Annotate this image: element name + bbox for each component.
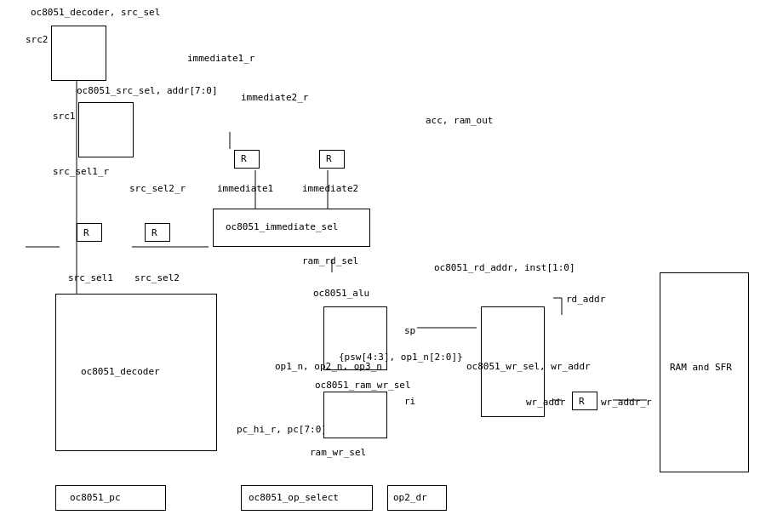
r-src-sel2-box — [145, 223, 170, 242]
src-sel2-label: src_sel2 — [134, 272, 180, 283]
src-sel1r-label: src_sel1_r — [53, 166, 109, 177]
connection-lines — [0, 0, 766, 532]
oc8051-pc-label: oc8051_pc — [70, 492, 121, 503]
r-immediate1-label: R — [241, 153, 247, 164]
immediate2r-label: immediate2_r — [241, 92, 308, 103]
src-sel1-label: src_sel1 — [68, 272, 113, 283]
src1-label: src1 — [53, 111, 76, 122]
psw-label: {psw[4:3], op1_n[2:0]} — [339, 352, 463, 363]
ram-sfr-label: RAM and SFR — [670, 362, 732, 373]
r-wr-addr-label: R — [579, 396, 585, 407]
r-immediate1-box — [234, 150, 260, 169]
immediate2-label: immediate2 — [302, 183, 358, 194]
wr-addr-r-label: wr_addr_r — [601, 397, 652, 408]
rd-addr-label: rd_addr — [566, 294, 605, 305]
alu-sub-box — [323, 392, 387, 438]
src1-box — [78, 102, 134, 157]
oc8051-decoder-label: oc8051_decoder — [81, 366, 160, 377]
sp-label: sp — [404, 325, 415, 336]
diagram: oc8051_decoder, src_sel src2 immediate1_… — [0, 0, 766, 532]
oc8051-wr-sel-label: oc8051_wr_sel, wr_addr — [466, 361, 591, 372]
pc-hi-r-label: pc_hi_r, pc[7:0] — [237, 424, 327, 435]
r-src-sel2-label: R — [151, 227, 157, 238]
oc8051-alu-label: oc8051_alu — [313, 288, 369, 299]
src2-label: src2 — [26, 34, 49, 45]
r-immediate2-box — [319, 150, 345, 169]
ram-wr-sel-label: ram_wr_sel — [310, 447, 366, 458]
wr-addr-label: wr_addr — [526, 397, 565, 408]
oc8051-rd-addr-label: oc8051_rd_addr, inst[1:0] — [434, 262, 575, 273]
acc-ram-out-label: acc, ram_out — [426, 115, 493, 126]
src2-box — [51, 26, 106, 81]
r-immediate2-label: R — [326, 153, 332, 164]
ri-label: ri — [404, 396, 415, 407]
immediate1-label: immediate1 — [217, 183, 273, 194]
oc8051-op-select-label: oc8051_op_select — [249, 492, 339, 503]
top-decoder-label: oc8051_decoder, src_sel — [31, 7, 160, 18]
oc8051-ram-wr-sel-label: oc8051_ram_wr_sel — [315, 380, 411, 391]
r-src-sel1-box — [77, 223, 102, 242]
r-wr-addr-box — [572, 392, 597, 410]
op2-dr-label: op2_dr — [393, 492, 427, 503]
src-sel2r-label: src_sel2_r — [129, 183, 186, 194]
ram-rd-sel-label: ram_rd_sel — [302, 255, 358, 266]
immediate1r-label: immediate1_r — [187, 53, 254, 64]
src-sel-area-label: oc8051_src_sel, addr[7:0] — [77, 85, 218, 96]
oc8051-immediate-sel-label: oc8051_immediate_sel — [226, 221, 338, 232]
r-src-sel1-label: R — [83, 227, 89, 238]
